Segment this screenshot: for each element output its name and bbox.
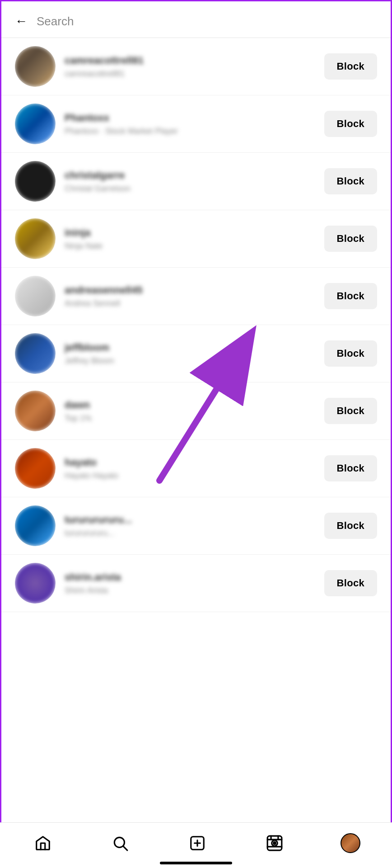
- search-title: Search: [37, 14, 74, 28]
- username: turururururu...: [65, 514, 324, 526]
- nav-home[interactable]: [32, 832, 54, 854]
- user-description: Phantoxx · Stock Market Player: [65, 127, 324, 136]
- user-description: turururururu...: [65, 528, 324, 538]
- user-description: Hayato Hayato: [65, 471, 324, 481]
- user-info: Phantoxx Phantoxx · Stock Market Player: [65, 112, 324, 136]
- svg-line-3: [123, 846, 127, 850]
- bottom-navigation: [0, 822, 392, 868]
- nav-reels[interactable]: [263, 832, 286, 854]
- user-item: hayato Hayato Hayato Block: [1, 440, 391, 497]
- user-avatar: [15, 391, 56, 431]
- user-item: turururururu... turururururu... Block: [1, 497, 391, 555]
- block-button[interactable]: Block: [324, 283, 377, 309]
- block-button[interactable]: Block: [324, 455, 377, 481]
- block-button[interactable]: Block: [324, 226, 377, 252]
- user-description: Jeffrey Bloom: [65, 356, 324, 366]
- block-button[interactable]: Block: [324, 168, 377, 194]
- block-button[interactable]: Block: [324, 340, 377, 367]
- username: shirin.arista: [65, 571, 324, 583]
- user-avatar: [15, 104, 56, 144]
- user-info: dawn Top 1%: [65, 399, 324, 423]
- user-avatar: [15, 46, 56, 87]
- home-icon: [32, 832, 54, 854]
- user-item: Phantoxx Phantoxx · Stock Market Player …: [1, 95, 391, 153]
- username: christalgarre: [65, 170, 324, 181]
- user-avatar: [15, 276, 56, 316]
- user-description: Shirin Arista: [65, 586, 324, 595]
- user-info: turururururu... turururururu...: [65, 514, 324, 538]
- user-item: shirin.arista Shirin Arista Block: [1, 555, 391, 612]
- username: jeffbloom: [65, 342, 324, 354]
- nav-search[interactable]: [109, 832, 131, 854]
- add-icon: [186, 832, 209, 854]
- user-avatar: [15, 563, 56, 604]
- username: Phantoxx: [65, 112, 324, 124]
- username: andreasennell45: [65, 284, 324, 296]
- user-description: Christal Garretson: [65, 184, 324, 193]
- reels-icon: [263, 832, 286, 854]
- back-button[interactable]: ←: [15, 14, 28, 28]
- user-info: shirin.arista Shirin Arista: [65, 571, 324, 595]
- user-avatar: [15, 448, 56, 489]
- username: camreacottrell81: [65, 55, 324, 66]
- nav-profile[interactable]: [341, 833, 360, 853]
- block-button[interactable]: Block: [324, 513, 377, 539]
- username: ininja: [65, 227, 324, 239]
- user-avatar: [15, 218, 56, 259]
- user-description: camreacottrell81: [65, 69, 324, 79]
- user-description: Ninja Nate: [65, 241, 324, 251]
- user-item: christalgarre Christal Garretson Block: [1, 153, 391, 210]
- block-button[interactable]: Block: [324, 53, 377, 80]
- user-info: christalgarre Christal Garretson: [65, 170, 324, 193]
- search-icon: [109, 832, 131, 854]
- user-info: jeffbloom Jeffrey Bloom: [65, 342, 324, 366]
- block-button[interactable]: Block: [324, 111, 377, 137]
- user-list: camreacottrell81 camreacottrell81 Block …: [1, 38, 391, 666]
- header: ← Search: [1, 1, 391, 38]
- user-item: jeffbloom Jeffrey Bloom Block: [1, 325, 391, 382]
- profile-avatar: [341, 833, 360, 853]
- user-info: camreacottrell81 camreacottrell81: [65, 55, 324, 79]
- user-info: ininja Ninja Nate: [65, 227, 324, 251]
- username: dawn: [65, 399, 324, 411]
- user-item: andreasennell45 Andrea Sennell Block: [1, 268, 391, 325]
- home-indicator: [160, 862, 232, 864]
- user-item: dawn Top 1% Block: [1, 382, 391, 440]
- svg-point-9: [273, 842, 275, 844]
- user-avatar: [15, 161, 56, 202]
- user-info: hayato Hayato Hayato: [65, 457, 324, 481]
- user-description: Top 1%: [65, 414, 324, 423]
- nav-add[interactable]: [186, 832, 209, 854]
- block-button[interactable]: Block: [324, 398, 377, 424]
- user-avatar: [15, 333, 56, 374]
- user-description: Andrea Sennell: [65, 299, 324, 308]
- user-item: camreacottrell81 camreacottrell81 Block: [1, 38, 391, 95]
- user-info: andreasennell45 Andrea Sennell: [65, 284, 324, 308]
- block-button[interactable]: Block: [324, 570, 377, 596]
- user-item: ininja Ninja Nate Block: [1, 210, 391, 268]
- username: hayato: [65, 457, 324, 468]
- user-avatar: [15, 505, 56, 546]
